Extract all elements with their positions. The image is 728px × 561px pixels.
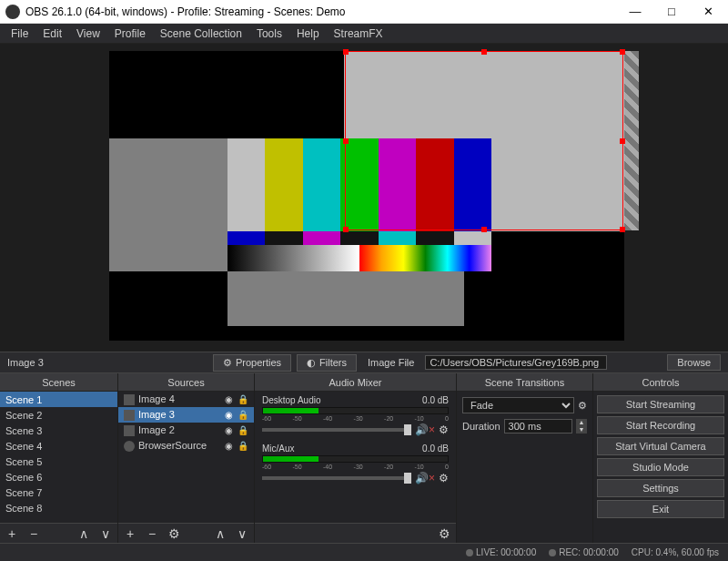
scene-item[interactable]: Scene 7 <box>0 484 117 500</box>
cpu-status: CPU: 0.4%, 60.00 fps <box>632 547 719 557</box>
studio-mode-button[interactable]: Studio Mode <box>597 458 724 476</box>
filters-icon: ◐ <box>307 357 316 369</box>
scene-item[interactable]: Scene 4 <box>0 438 117 454</box>
add-source-button[interactable]: + <box>122 525 138 542</box>
app-icon <box>5 5 20 19</box>
vu-meter <box>262 407 449 414</box>
scene-item[interactable]: Scene 8 <box>0 500 117 515</box>
source-item[interactable]: Image 4◉🔒 <box>118 392 254 407</box>
transition-gear-icon[interactable]: ⚙ <box>578 400 587 412</box>
duration-down[interactable]: ▼ <box>576 426 587 434</box>
handle-n[interactable] <box>481 49 487 55</box>
handle-ne[interactable] <box>620 49 625 55</box>
image-icon <box>124 410 135 421</box>
handle-sw[interactable] <box>343 227 349 232</box>
source-up-button[interactable]: ∧ <box>212 525 228 542</box>
menu-help[interactable]: Help <box>289 26 327 42</box>
duration-up[interactable]: ▲ <box>576 419 587 426</box>
menu-scene-collection[interactable]: Scene Collection <box>153 26 249 42</box>
filters-button[interactable]: ◐Filters <box>297 354 357 372</box>
scenes-panel: Scenes Scene 1 Scene 2 Scene 3 Scene 4 S… <box>0 373 118 543</box>
source-properties-button[interactable]: ⚙ <box>166 525 182 542</box>
controls-panel: Controls Start Streaming Start Recording… <box>593 373 728 543</box>
duration-input[interactable] <box>504 419 572 434</box>
add-scene-button[interactable]: + <box>4 525 20 542</box>
channel-gear-icon[interactable]: ⚙ <box>439 423 449 436</box>
scene-up-button[interactable]: ∧ <box>76 525 92 542</box>
source-item[interactable]: BrowserSource◉🔒 <box>118 438 254 454</box>
start-virtual-camera-button[interactable]: Start Virtual Camera <box>597 437 724 455</box>
rec-status: REC: 00:00:00 <box>549 547 619 557</box>
handle-nw[interactable] <box>343 49 349 55</box>
start-recording-button[interactable]: Start Recording <box>597 416 724 434</box>
lock-icon[interactable]: 🔒 <box>238 393 248 406</box>
sources-list[interactable]: Image 4◉🔒 Image 3◉🔒 Image 2◉🔒 BrowserSou… <box>118 392 254 523</box>
source-image-lower[interactable] <box>228 271 464 326</box>
menu-streamfx[interactable]: StreamFX <box>327 26 390 42</box>
mute-icon[interactable]: 🔊× <box>415 472 435 484</box>
handle-w[interactable] <box>343 138 349 144</box>
scene-item[interactable]: Scene 5 <box>0 454 117 469</box>
minimize-button[interactable]: — <box>617 1 653 23</box>
scenes-header: Scenes <box>0 373 117 392</box>
menu-tools[interactable]: Tools <box>249 26 289 42</box>
properties-button[interactable]: ⚙Properties <box>213 354 291 372</box>
menu-view[interactable]: View <box>69 26 107 42</box>
maximize-button[interactable]: □ <box>653 1 690 23</box>
preview-canvas[interactable] <box>109 51 624 341</box>
handle-e[interactable] <box>620 138 625 144</box>
source-item[interactable]: Image 3◉🔒 <box>118 407 254 423</box>
preview-area[interactable] <box>0 44 728 352</box>
lock-icon[interactable]: 🔒 <box>238 408 248 422</box>
source-down-button[interactable]: ∨ <box>234 525 250 542</box>
crop-indicator <box>624 51 639 230</box>
mute-icon[interactable]: 🔊× <box>415 423 435 436</box>
image-icon <box>124 425 135 436</box>
visibility-icon[interactable]: ◉ <box>223 439 234 453</box>
scene-down-button[interactable]: ∨ <box>97 525 114 542</box>
browse-button[interactable]: Browse <box>667 354 721 371</box>
handle-s[interactable] <box>481 227 487 232</box>
gear-icon: ⚙ <box>223 357 232 369</box>
volume-slider[interactable] <box>262 428 411 432</box>
scenes-list[interactable]: Scene 1 Scene 2 Scene 3 Scene 4 Scene 5 … <box>0 392 117 523</box>
mixer-gear-button[interactable]: ⚙ <box>436 525 452 542</box>
close-button[interactable]: ✕ <box>690 1 726 23</box>
titlebar: OBS 26.1.0 (64-bit, windows) - Profile: … <box>0 0 728 24</box>
visibility-icon[interactable]: ◉ <box>223 393 234 406</box>
window-title: OBS 26.1.0 (64-bit, windows) - Profile: … <box>25 5 617 18</box>
visibility-icon[interactable]: ◉ <box>223 408 234 422</box>
lock-icon[interactable]: 🔒 <box>238 439 248 453</box>
start-streaming-button[interactable]: Start Streaming <box>597 395 724 413</box>
channel-name: Desktop Audio <box>262 395 321 405</box>
scene-item[interactable]: Scene 2 <box>0 407 117 423</box>
volume-slider[interactable] <box>262 476 411 480</box>
remove-source-button[interactable]: − <box>144 525 160 542</box>
scene-item[interactable]: Scene 1 <box>0 392 117 407</box>
transition-select[interactable]: Fade <box>462 397 574 413</box>
mixer-channel-desktop: Desktop Audio0.0 dB -60-50-40-30-20-100 … <box>255 392 456 440</box>
settings-button[interactable]: Settings <box>597 479 724 497</box>
exit-button[interactable]: Exit <box>597 500 724 518</box>
imagefile-label: Image File <box>362 355 420 370</box>
lock-icon[interactable]: 🔒 <box>238 423 248 437</box>
sources-panel: Sources Image 4◉🔒 Image 3◉🔒 Image 2◉🔒 Br… <box>118 373 255 543</box>
scene-item[interactable]: Scene 3 <box>0 423 117 438</box>
selection-box[interactable] <box>345 51 623 230</box>
channel-gear-icon[interactable]: ⚙ <box>439 472 449 484</box>
image-icon <box>124 394 135 405</box>
source-item[interactable]: Image 2◉🔒 <box>118 423 254 438</box>
vu-meter <box>262 455 449 463</box>
handle-se[interactable] <box>620 227 625 232</box>
menu-file[interactable]: File <box>4 26 35 42</box>
controls-header: Controls <box>593 373 728 392</box>
visibility-icon[interactable]: ◉ <box>223 423 234 437</box>
remove-scene-button[interactable]: − <box>25 525 42 542</box>
menu-edit[interactable]: Edit <box>35 26 69 42</box>
menu-profile[interactable]: Profile <box>107 26 153 42</box>
imagefile-input[interactable] <box>425 355 607 370</box>
scene-item[interactable]: Scene 6 <box>0 469 117 484</box>
mixer-header: Audio Mixer <box>255 373 456 392</box>
transitions-panel: Scene Transitions Fade ⚙ Duration ▲▼ <box>457 373 593 543</box>
channel-db: 0.0 dB <box>422 444 449 454</box>
